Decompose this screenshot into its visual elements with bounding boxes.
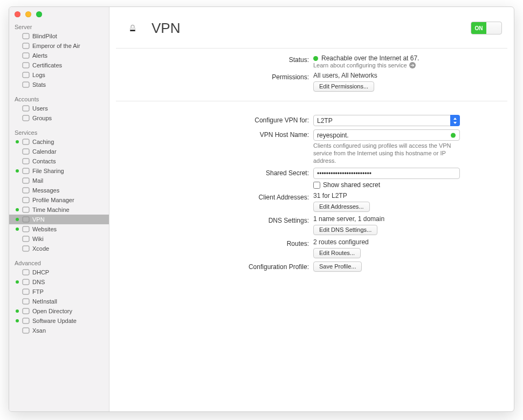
minimize-icon[interactable] <box>25 11 31 17</box>
sidebar-item-label: Time Machine <box>32 206 70 213</box>
alerts-icon <box>22 52 30 59</box>
sidebar-item-wiki[interactable]: Wiki <box>9 234 109 244</box>
shared-secret-input[interactable] <box>313 168 460 179</box>
sidebar-item-open-directory[interactable]: Open Directory <box>9 306 109 316</box>
open-directory-icon <box>22 307 30 315</box>
status-text: Reachable over the Internet at 67. <box>321 54 419 62</box>
sidebar-item-netinstall[interactable]: NetInstall <box>9 297 109 306</box>
sidebar-item-label: Caching <box>32 139 54 145</box>
show-secret-checkbox[interactable] <box>313 182 320 189</box>
sidebar-item-label: Profile Manager <box>32 197 74 203</box>
save-profile-button[interactable]: Save Profile... <box>313 261 362 272</box>
svg-rect-1 <box>23 43 29 49</box>
sidebar-item-xsan[interactable]: Xsan <box>9 326 109 335</box>
svg-rect-23 <box>23 299 29 304</box>
sidebar-item-alerts[interactable]: Alerts <box>9 51 109 60</box>
sidebar-item-label: Open Directory <box>32 308 72 314</box>
svg-rect-14 <box>23 197 29 203</box>
dhcp-icon <box>22 268 30 276</box>
svg-rect-16 <box>23 217 29 222</box>
netinstall-icon <box>22 298 30 305</box>
sidebar-item-websites[interactable]: Websites <box>9 224 109 234</box>
edit-routes-button[interactable]: Edit Routes... <box>313 248 361 258</box>
sidebar-item-certificates[interactable]: Certificates <box>9 60 109 70</box>
permissions-value: All users, All Networks <box>313 72 502 79</box>
sidebar-item-ftp[interactable]: FTP <box>9 287 109 297</box>
sidebar-section-title: Accounts <box>9 93 109 104</box>
sidebar-item-label: Xsan <box>32 327 46 334</box>
configure-label: Configure VPN for: <box>109 115 313 126</box>
messages-icon <box>22 187 30 194</box>
sidebar-item-users[interactable]: Users <box>9 104 109 113</box>
sidebar-item-label: Messages <box>32 187 59 194</box>
logs-icon <box>22 71 30 79</box>
wiki-icon <box>22 235 30 243</box>
show-secret-checkbox-label[interactable]: Show shared secret <box>313 181 502 189</box>
clients-label: Client Addresses: <box>109 192 313 203</box>
svg-rect-15 <box>23 207 29 212</box>
sidebar-item-label: Logs <box>32 72 45 78</box>
sidebar-item-label: VPN <box>32 216 45 223</box>
sidebar-item-emperor-of-the-air[interactable]: Emperor of the Air <box>9 41 109 51</box>
service-on-dot-icon <box>16 140 19 143</box>
sidebar-item-groups[interactable]: Groups <box>9 113 109 123</box>
mail-icon <box>22 177 30 184</box>
certificates-icon <box>22 61 30 69</box>
learn-link[interactable]: Learn about configuring this service ➔ <box>313 62 502 68</box>
svg-rect-0 <box>23 33 29 39</box>
sidebar-item-label: Websites <box>32 226 57 232</box>
sidebar-item-label: Wiki <box>32 236 44 242</box>
sidebar-item-label: Mail <box>32 177 43 184</box>
main-pane: VPN ON Status: Reachable over the Intern… <box>109 7 514 411</box>
configure-vpn-select[interactable]: L2TP <box>313 115 460 126</box>
service-on-dot-icon <box>16 280 19 284</box>
svg-rect-12 <box>23 178 29 183</box>
service-on-dot-icon <box>16 208 19 211</box>
sidebar-item-contacts[interactable]: Contacts <box>9 156 109 166</box>
sidebar-item-dns[interactable]: DNS <box>9 277 109 287</box>
service-on-dot-icon <box>16 319 19 322</box>
edit-addresses-button[interactable]: Edit Addresses... <box>313 202 370 212</box>
sidebar-item-messages[interactable]: Messages <box>9 185 109 195</box>
sidebar-item-label: NetInstall <box>32 298 57 305</box>
sidebar-item-profile-manager[interactable]: Profile Manager <box>9 195 109 205</box>
svg-rect-28 <box>130 30 135 31</box>
edit-dns-button[interactable]: Edit DNS Settings... <box>313 225 377 235</box>
svg-rect-8 <box>23 139 29 144</box>
status-label: Status: <box>109 54 313 65</box>
sidebar-item-software-update[interactable]: Software Update <box>9 316 109 326</box>
sidebar-item-dhcp[interactable]: DHCP <box>9 267 109 277</box>
routes-value: 2 routes configured <box>313 238 502 246</box>
emperor-of-the-air-icon <box>22 42 30 50</box>
edit-permissions-button[interactable]: Edit Permissions... <box>313 81 374 92</box>
service-toggle[interactable]: ON <box>471 22 502 35</box>
page-title: VPN <box>152 20 463 37</box>
sidebar-item-xcode[interactable]: Xcode <box>9 244 109 253</box>
sidebar-item-calendar[interactable]: Calendar <box>9 147 109 156</box>
sidebar-item-stats[interactable]: Stats <box>9 80 109 89</box>
sidebar-item-file-sharing[interactable]: File Sharing <box>9 166 109 176</box>
sidebar-item-label: Software Update <box>32 318 77 324</box>
sidebar-item-caching[interactable]: Caching <box>9 137 109 147</box>
svg-rect-26 <box>23 328 29 333</box>
sidebar-item-label: File Sharing <box>32 168 64 174</box>
sidebar-item-label: Certificates <box>32 62 62 68</box>
sidebar-section-title: Advanced <box>9 257 109 267</box>
sidebar-item-vpn[interactable]: VPN <box>9 215 109 224</box>
fullscreen-icon[interactable] <box>36 11 42 17</box>
service-on-dot-icon <box>16 218 19 221</box>
lock-icon <box>121 17 144 39</box>
svg-rect-5 <box>23 82 29 87</box>
sidebar-item-blindpilot[interactable]: BlindPilot <box>9 31 109 41</box>
sidebar-item-logs[interactable]: Logs <box>9 70 109 80</box>
sidebar-item-mail[interactable]: Mail <box>9 176 109 185</box>
xsan-icon <box>22 327 30 334</box>
permissions-label: Permissions: <box>109 72 313 82</box>
sidebar-item-label: Users <box>32 105 48 112</box>
sidebar-item-time-machine[interactable]: Time Machine <box>9 205 109 215</box>
status-dot-icon <box>313 56 318 61</box>
vpn-host-input[interactable] <box>313 129 460 141</box>
profile-manager-icon <box>22 196 30 204</box>
close-icon[interactable] <box>15 11 20 17</box>
host-label: VPN Host Name: <box>109 129 313 140</box>
